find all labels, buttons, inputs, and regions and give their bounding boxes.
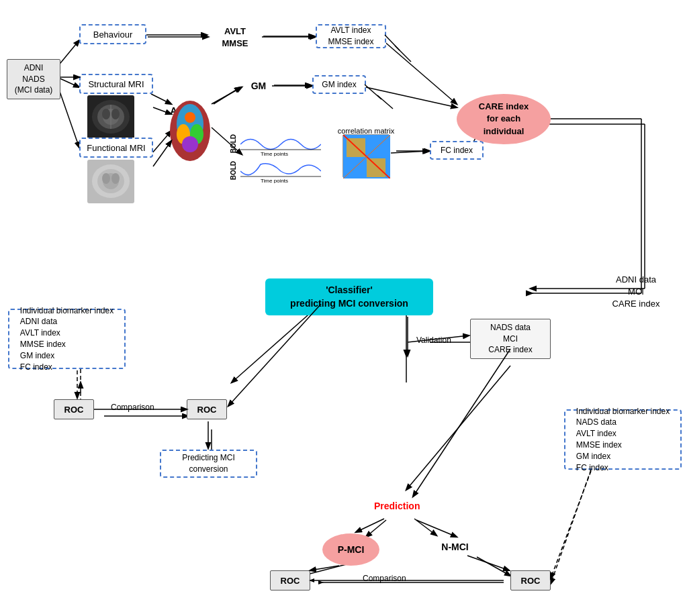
svg-line-12 [366, 87, 457, 107]
roc-bottom-right-box: ROC [510, 570, 551, 591]
classifier-label: 'Classifier' predicting MCI conversion [290, 284, 408, 310]
roc-left-label: ROC [64, 405, 84, 415]
fc-index-label: FC index [441, 146, 473, 155]
functional-mri-label: Functional MRI [87, 143, 145, 153]
correlation-matrix-image [342, 134, 390, 178]
svg-rect-56 [367, 158, 385, 177]
adni-nads-label: ADNI NADS (MCI data) [15, 62, 53, 96]
svg-point-48 [182, 136, 198, 152]
prediction-text: Prediction [374, 501, 420, 511]
svg-line-11 [383, 40, 457, 104]
nmci-box: N-MCI [430, 537, 480, 557]
predicting-mci-label: Predicting MCI conversion [182, 452, 235, 475]
comparison-top-text: Comparison [111, 403, 154, 412]
roc-bottom-right-label: ROC [521, 576, 541, 586]
fc-index-box: FC index [430, 141, 484, 160]
svg-line-88 [377, 95, 393, 109]
svg-point-36 [102, 109, 110, 119]
roc-middle-label: ROC [197, 405, 217, 415]
avlt-index-box: AVLT index MMSE index [316, 24, 386, 48]
roc-bottom-left-box: ROC [270, 570, 310, 591]
pmci-ellipse: P-MCI [322, 533, 379, 566]
roc-bottom-left-label: ROC [281, 576, 300, 586]
adni-mci-care-label: ADNI data MCI CARE index [612, 274, 660, 311]
functional-mri-box: Functional MRI [79, 138, 153, 158]
svg-line-28 [477, 557, 510, 576]
comparison-bottom-label: Comparison [363, 574, 406, 583]
svg-point-37 [111, 109, 120, 119]
svg-line-79 [467, 556, 509, 570]
gm-box: GM [242, 77, 275, 94]
svg-line-87 [365, 85, 381, 99]
svg-line-31 [551, 470, 591, 584]
individual-biomarker-right-box: Individual biomarker index NADS data AVL… [564, 409, 682, 470]
gm-index-label: GM index [322, 80, 356, 89]
svg-line-65 [391, 151, 428, 153]
svg-line-75 [413, 349, 510, 497]
svg-line-76 [356, 519, 384, 532]
individual-biomarker-left-label: Individual biomarker index ADNI data AVL… [20, 305, 113, 373]
svg-line-63 [214, 87, 240, 104]
validation-label: Validation [416, 336, 451, 345]
adni-mci-care-box: ADNI data MCI CARE index [599, 272, 673, 312]
svg-text:Time points: Time points [261, 178, 288, 183]
avlt-index-label: AVLT index MMSE index [328, 25, 373, 48]
comparison-top-label: Comparison [111, 403, 154, 412]
structural-mri-label: Structural MRI [88, 79, 144, 89]
svg-line-71 [228, 304, 321, 406]
svg-line-19 [232, 305, 319, 382]
avlt-mmse-box: AVLT MMSE [208, 25, 262, 50]
functional-mri-image [87, 160, 134, 203]
svg-line-26 [416, 520, 457, 537]
pmci-label: P-MCI [338, 544, 365, 555]
svg-line-7 [212, 87, 242, 104]
gm-index-box: GM index [312, 75, 366, 94]
nmci-label: N-MCI [441, 542, 468, 552]
svg-line-78 [310, 566, 339, 570]
behaviour-label: Behaviour [93, 30, 133, 40]
behaviour-box: Behaviour [79, 24, 146, 44]
svg-point-49 [185, 112, 195, 123]
care-index-label: CARE index for each individual [467, 101, 541, 138]
individual-biomarker-left-box: Individual biomarker index ADNI data AVL… [8, 309, 126, 369]
avlt-mmse-label: AVLT MMSE [222, 25, 248, 50]
svg-point-42 [102, 173, 110, 184]
adni-nads-box: ADNI NADS (MCI data) [7, 59, 60, 99]
svg-line-85 [385, 35, 400, 50]
svg-line-77 [414, 519, 437, 535]
structural-mri-image [87, 95, 134, 139]
classifier-box: 'Classifier' predicting MCI conversion [265, 278, 433, 315]
bold-label-2: BOLD [230, 161, 237, 180]
svg-text:Time points: Time points [261, 151, 288, 156]
aal-image [167, 97, 214, 164]
diagram: ADNI NADS (MCI data) Behaviour Structura… [0, 0, 685, 616]
structural-mri-box: Structural MRI [79, 74, 153, 94]
svg-line-82 [551, 471, 591, 578]
roc-middle-box: ROC [187, 399, 227, 419]
care-index-ellipse: CARE index for each individual [457, 94, 551, 144]
nads-mci-care-label: NADS data MCI CARE index [488, 322, 532, 356]
svg-point-43 [111, 173, 120, 184]
roc-left-box: ROC [54, 399, 94, 419]
gm-label: GM [251, 81, 267, 91]
comparison-bottom-text: Comparison [363, 574, 406, 583]
svg-line-24 [406, 366, 510, 490]
nads-mci-care-box: NADS data MCI CARE index [470, 319, 551, 359]
predicting-mci-box: Predicting MCI conversion [160, 450, 257, 478]
svg-line-25 [366, 520, 386, 537]
bold-label-1: BOLD [230, 134, 237, 153]
svg-line-86 [395, 46, 411, 62]
prediction-label: Prediction [374, 501, 420, 511]
validation-text: Validation [416, 336, 451, 345]
individual-biomarker-right-label: Individual biomarker index NADS data AVL… [576, 406, 670, 474]
